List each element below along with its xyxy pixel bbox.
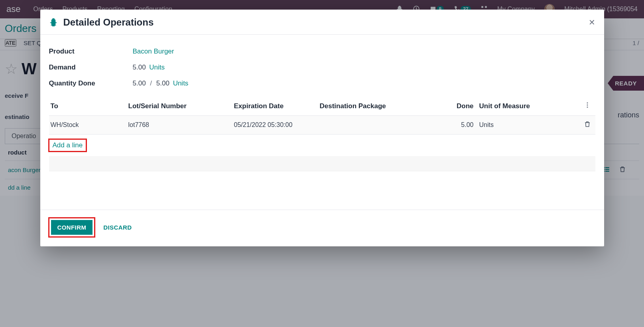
add-line-highlight: Add a line	[48, 139, 87, 152]
cell-to[interactable]: WH/Stock	[51, 121, 128, 129]
delete-line-icon[interactable]	[567, 121, 591, 129]
confirm-highlight: CONFIRM	[48, 217, 96, 238]
modal-overlay: Detailed Operations ✕ Product Bacon Burg…	[0, 0, 644, 327]
qdone-unit: Units	[173, 79, 189, 87]
bug-icon[interactable]	[49, 18, 58, 28]
empty-row	[49, 156, 595, 171]
th-uom: Unit of Measure	[479, 102, 567, 110]
modal-body: Product Bacon Burger Demand 5.00 Units Q…	[40, 35, 604, 210]
th-lot: Lot/Serial Number	[128, 102, 234, 110]
modal-footer: CONFIRM DISCARD	[40, 210, 604, 246]
modal-header: Detailed Operations ✕	[40, 10, 604, 35]
column-options-icon[interactable]	[567, 101, 591, 111]
qdone-b: 5.00	[156, 79, 169, 87]
add-line-button[interactable]: Add a line	[53, 141, 83, 149]
cell-exp[interactable]: 05/21/2022 05:30:00	[234, 121, 320, 129]
close-icon[interactable]: ✕	[589, 18, 595, 27]
th-pkg: Destination Package	[320, 102, 427, 110]
product-label: Product	[49, 48, 133, 55]
table-row[interactable]: WH/Stock lot7768 05/21/2022 05:30:00 5.0…	[49, 116, 595, 135]
demand-qty: 5.00	[133, 63, 146, 71]
qdone-a: 5.00	[133, 79, 146, 87]
th-done: Done	[427, 102, 479, 110]
confirm-button[interactable]: CONFIRM	[51, 220, 93, 235]
modal: Detailed Operations ✕ Product Bacon Burg…	[40, 10, 604, 246]
demand-unit: Units	[149, 63, 165, 71]
cell-done[interactable]: 5.00	[427, 121, 479, 129]
discard-button[interactable]: DISCARD	[103, 224, 132, 231]
svg-point-13	[587, 107, 588, 108]
th-to: To	[51, 102, 128, 110]
cell-lot[interactable]: lot7768	[128, 121, 234, 129]
svg-point-12	[587, 105, 588, 106]
cell-uom[interactable]: Units	[479, 121, 567, 129]
quantity-done-label: Quantity Done	[49, 79, 133, 87]
th-exp: Expiration Date	[234, 102, 320, 110]
operations-table: To Lot/Serial Number Expiration Date Des…	[49, 96, 595, 171]
demand-label: Demand	[49, 63, 133, 71]
product-value[interactable]: Bacon Burger	[133, 48, 174, 55]
modal-title: Detailed Operations	[63, 17, 154, 28]
svg-point-11	[587, 102, 588, 103]
